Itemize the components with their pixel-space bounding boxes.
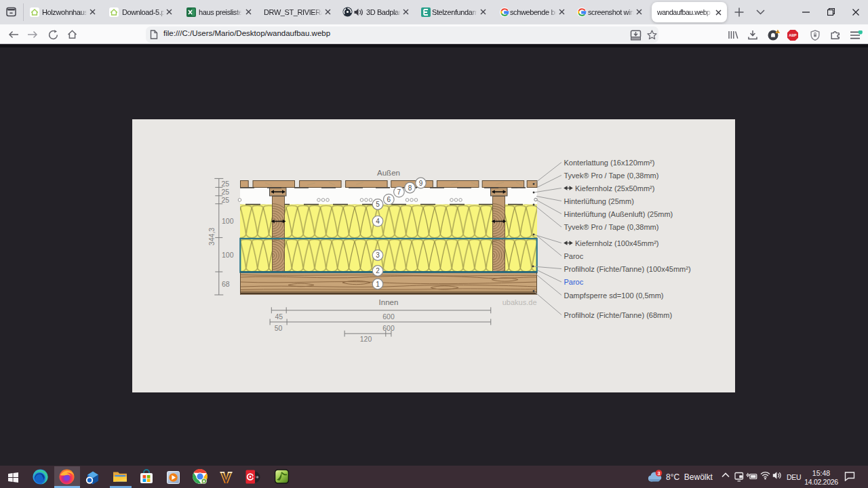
svg-text:8: 8	[408, 184, 412, 192]
svg-text:Innen: Innen	[379, 298, 399, 306]
svg-text:Außen: Außen	[377, 169, 400, 177]
svg-text:Tyvek® Pro / Tape (0,38mm): Tyvek® Pro / Tape (0,38mm)	[564, 223, 659, 231]
svg-text:Konterlattung (16x120mm²): Konterlattung (16x120mm²)	[564, 159, 655, 167]
svg-text:45: 45	[275, 312, 283, 321]
svg-text:4: 4	[376, 218, 380, 225]
svg-text:3: 3	[376, 251, 380, 259]
svg-text:Paroc: Paroc	[564, 278, 584, 286]
svg-text:ubakus.de: ubakus.de	[502, 298, 537, 306]
svg-text:344,3: 344,3	[208, 228, 216, 245]
svg-text:Hinterlüftung (Außenluft) (25m: Hinterlüftung (Außenluft) (25mm)	[564, 210, 673, 218]
svg-text:2: 2	[376, 267, 380, 274]
svg-text:Paroc: Paroc	[564, 252, 584, 260]
svg-text:Tyvek® Pro / Tape (0,38mm): Tyvek® Pro / Tape (0,38mm)	[564, 171, 659, 180]
svg-text:5: 5	[376, 201, 380, 208]
svg-text:25: 25	[222, 188, 230, 196]
svg-text:Profilholz (Fichte/Tanne) (100: Profilholz (Fichte/Tanne) (100x45mm²)	[564, 265, 691, 273]
svg-text:68: 68	[222, 280, 230, 288]
svg-text:100: 100	[222, 217, 234, 225]
svg-text:50: 50	[275, 324, 283, 332]
svg-text:9: 9	[419, 180, 423, 187]
svg-text:25: 25	[222, 196, 230, 204]
svg-text:120: 120	[360, 335, 372, 343]
svg-text:ABP: ABP	[789, 33, 797, 37]
svg-text:600: 600	[382, 312, 395, 321]
svg-text:3: 3	[657, 470, 660, 476]
svg-text:600: 600	[382, 324, 395, 332]
svg-text:100: 100	[222, 251, 234, 259]
svg-text:Dampfsperre sd=100 (0,5mm): Dampfsperre sd=100 (0,5mm)	[564, 291, 664, 300]
svg-text:1: 1	[376, 281, 380, 288]
svg-text:7: 7	[397, 188, 401, 196]
svg-text:Hinterlüftung (25mm): Hinterlüftung (25mm)	[564, 197, 634, 205]
svg-text:25: 25	[222, 180, 230, 188]
svg-text:Profilholz (Fichte/Tanne) (68m: Profilholz (Fichte/Tanne) (68mm)	[564, 311, 673, 319]
svg-text:Kiefernholz (100x45mm²): Kiefernholz (100x45mm²)	[575, 239, 659, 247]
svg-text:6: 6	[387, 196, 391, 203]
svg-text:Kiefernholz (25x50mm²): Kiefernholz (25x50mm²)	[575, 184, 654, 192]
